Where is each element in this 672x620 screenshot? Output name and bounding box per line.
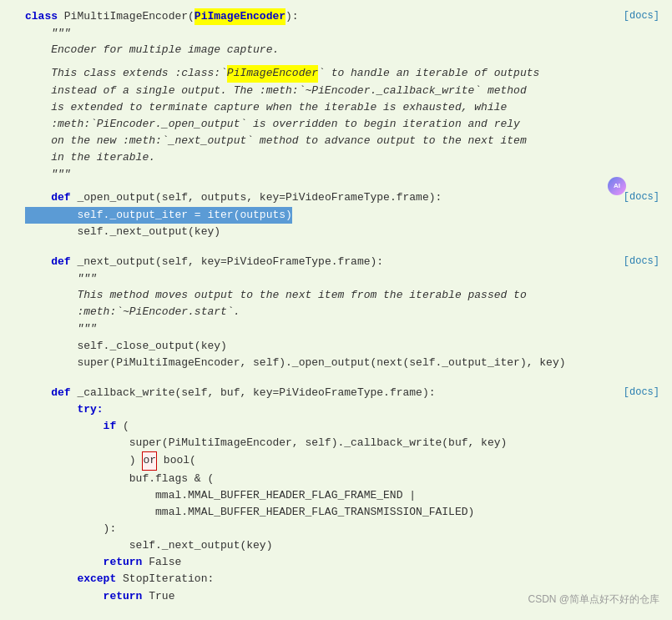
code-line-28: try: bbox=[0, 401, 672, 418]
docs-link-4[interactable]: [docs] bbox=[624, 385, 659, 401]
code-line-14: self._output_iter = iter(outputs) bbox=[0, 207, 672, 224]
code-line-10: in the iterable. bbox=[0, 149, 672, 166]
code-line-22: """ bbox=[0, 320, 672, 337]
code-line-4 bbox=[0, 58, 672, 65]
code-line-13: def _open_output(self, outputs, key=PiVi… bbox=[0, 189, 672, 206]
code-container: class PiMultiImageEncoder(PiImageEncoder… bbox=[0, 0, 672, 613]
code-line-8: :meth:`PiEncoder._open_output` is overri… bbox=[0, 116, 672, 133]
code-line-29: if ( bbox=[0, 418, 672, 435]
code-line-38: except StopIteration: bbox=[0, 571, 672, 587]
code-line-32: buf.flags & ( bbox=[0, 471, 672, 487]
code-line-11: """ bbox=[0, 166, 672, 183]
code-line-36: self._next_output(key) bbox=[0, 537, 672, 554]
code-line-15: self._next_output(key) bbox=[0, 224, 672, 240]
code-line-blank-3 bbox=[0, 371, 672, 385]
code-line-9: on the new :meth:`_next_output` method t… bbox=[0, 133, 672, 149]
code-line-blank-1 bbox=[0, 183, 672, 189]
code-line-blank-2 bbox=[0, 240, 672, 254]
code-line-7: is extended to terminate capture when th… bbox=[0, 99, 672, 116]
docs-link-1[interactable]: [docs] bbox=[624, 8, 659, 24]
code-line-1: class PiMultiImageEncoder(PiImageEncoder… bbox=[0, 8, 672, 25]
docs-link-2[interactable]: [docs] bbox=[624, 189, 659, 205]
code-line-35: ): bbox=[0, 521, 672, 537]
keyword-class: class bbox=[25, 8, 64, 25]
watermark: CSDN @简单点好不好的仓库 bbox=[528, 592, 659, 607]
code-line-21: :meth:`~PiEncoder.start`. bbox=[0, 304, 672, 320]
highlighted-code-iter: self._output_iter = iter(outputs) bbox=[25, 207, 292, 224]
code-line-37: return False bbox=[0, 554, 672, 571]
docs-link-3[interactable]: [docs] bbox=[624, 254, 659, 270]
base-class: PiImageEncoder bbox=[195, 8, 285, 25]
code-line-34: mmal.MMAL_BUFFER_HEADER_FLAG_TRANSMISSIO… bbox=[0, 504, 672, 521]
code-line-18: def _next_output(self, key=PiVideoFrameT… bbox=[0, 254, 672, 270]
code-line-27: def _callback_write(self, buf, key=PiVid… bbox=[0, 385, 672, 401]
ai-badge: AI bbox=[608, 177, 626, 195]
code-line-30: super(PiMultiImageEncoder, self)._callba… bbox=[0, 435, 672, 451]
code-line-33: mmal.MMAL_BUFFER_HEADER_FLAG_FRAME_END | bbox=[0, 487, 672, 504]
code-line-23: self._close_output(key) bbox=[0, 338, 672, 355]
code-line-31: ) or bool( bbox=[0, 451, 672, 470]
code-line-19: """ bbox=[0, 270, 672, 287]
code-line-5: This class extends :class:`PiImageEncode… bbox=[0, 65, 672, 82]
or-keyword-highlighted: or bbox=[142, 451, 157, 470]
code-line-2: """ bbox=[0, 25, 672, 42]
code-line-3: Encoder for multiple image capture. bbox=[0, 42, 672, 58]
code-line-24: super(PiMultiImageEncoder, self)._open_o… bbox=[0, 355, 672, 371]
code-line-6: instead of a single output. The :meth:`~… bbox=[0, 83, 672, 99]
code-line-20: This method moves output to the next ite… bbox=[0, 287, 672, 304]
class-def-name: PiMultiImageEncoder( bbox=[64, 8, 195, 25]
